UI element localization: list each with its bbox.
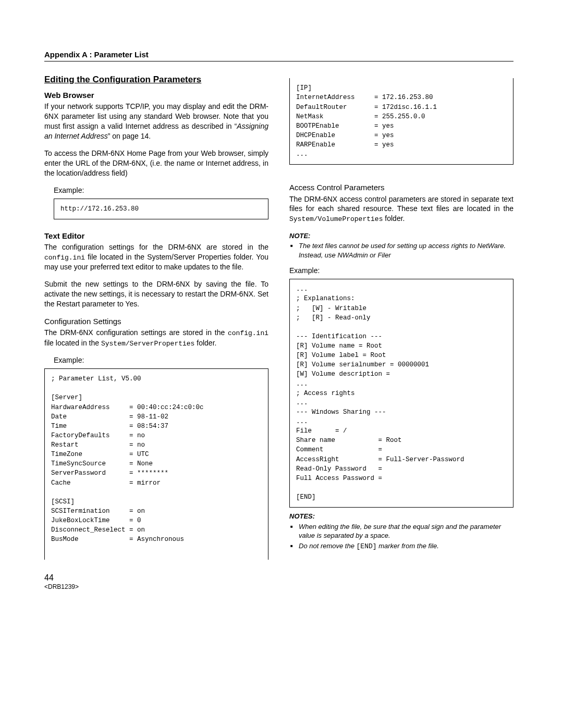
appendix-heading: Appendix A : Parameter List	[44, 50, 513, 61]
access-control-para: The DRM-6NX access control parameters ar…	[289, 194, 513, 224]
config-settings-heading: Configuration Settings	[44, 316, 268, 327]
example-label: Example:	[54, 355, 268, 365]
access-control-example: ... ; Explanations: ; [W] - Writable ; […	[289, 279, 513, 508]
note-item: Do not remove the [END] marker from the …	[299, 541, 513, 551]
text-editor-para1: The configuration settings for the DRM-6…	[44, 242, 268, 272]
left-column: Editing the Configuration Parameters Web…	[44, 74, 268, 591]
text-editor-heading: Text Editor	[44, 231, 268, 241]
doc-id: <DRB1239>	[44, 583, 268, 591]
example-label: Example:	[54, 186, 268, 195]
web-browser-heading: Web Browser	[44, 90, 268, 101]
config-settings-para: The DRM-6NX configuration settings are s…	[44, 328, 268, 348]
notes-list: When editing the file, be sure that the …	[289, 522, 513, 551]
section-title: Editing the Configuration Parameters	[44, 74, 268, 86]
config-example-left: ; Parameter List, V5.00 [Server] Hardwar…	[44, 368, 268, 560]
note-label: NOTE:	[289, 231, 513, 241]
example-label: Example:	[289, 266, 513, 276]
web-browser-example: http://172.16.253.80	[54, 199, 268, 219]
right-column: [IP] InternetAddress = 172.16.253.80 Def…	[289, 74, 513, 591]
page-number: 44	[44, 572, 268, 584]
web-browser-para1: If your network supports TCP/IP, you may…	[44, 102, 268, 141]
note-item: When editing the file, be sure that the …	[299, 522, 513, 540]
note-list: The text files cannot be used for settin…	[289, 241, 513, 260]
notes-label: NOTES:	[289, 512, 513, 521]
access-control-heading: Access Control Parameters	[289, 182, 513, 193]
note-item: The text files cannot be used for settin…	[299, 241, 513, 260]
config-example-right: [IP] InternetAddress = 172.16.253.80 Def…	[289, 78, 513, 165]
text-editor-para2: Submit the new settings to the DRM-6NX b…	[44, 279, 268, 309]
web-browser-para2: To access the DRM-6NX Home Page from you…	[44, 149, 268, 178]
